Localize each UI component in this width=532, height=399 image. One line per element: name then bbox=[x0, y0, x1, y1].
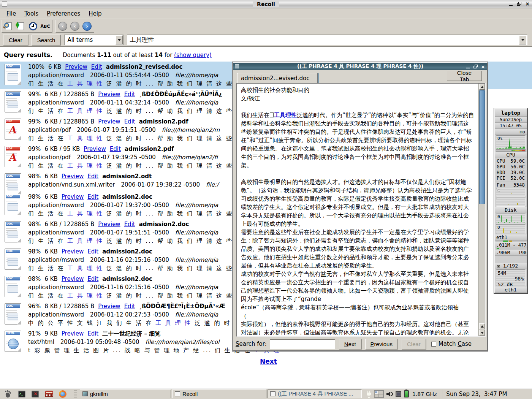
preview-link[interactable]: Preview bbox=[65, 63, 87, 70]
edit-link[interactable]: Edit bbox=[87, 193, 98, 200]
firefox-icon[interactable] bbox=[57, 390, 68, 399]
preview-link[interactable]: Preview bbox=[98, 303, 120, 310]
preview-link[interactable]: Preview bbox=[98, 221, 120, 228]
gnome-foot-icon[interactable] bbox=[2, 390, 14, 399]
taskbar-clock[interactable]: Sun Sep 23, 3:47 PM bbox=[442, 390, 511, 399]
file-url: file:/ bbox=[206, 181, 218, 188]
workspace-switcher[interactable] bbox=[374, 390, 384, 398]
cpu-chart: 0% bbox=[496, 135, 526, 149]
scrollbar-thumb[interactable] bbox=[479, 90, 485, 204]
edit-link[interactable]: Edit bbox=[87, 173, 98, 180]
menu-preferences[interactable]: Preferences bbox=[43, 10, 84, 18]
match-case-checkbox[interactable] bbox=[431, 342, 436, 347]
filetype-icon bbox=[5, 194, 21, 215]
preview-link[interactable]: Preview bbox=[62, 276, 84, 282]
restore-button[interactable] bbox=[516, 1, 522, 7]
mime-type: application/pdf bbox=[28, 154, 71, 161]
menu-file[interactable]: File bbox=[3, 10, 19, 18]
preview-link[interactable]: Preview bbox=[62, 248, 84, 255]
menu-help[interactable]: Help bbox=[85, 10, 105, 18]
file-date: 2006-01-19 05:09:48 -0500 bbox=[60, 339, 139, 345]
close-tab-button[interactable]: Close Tab bbox=[447, 71, 482, 81]
scroll-up-icon[interactable] bbox=[479, 84, 485, 90]
task-gkrellm[interactable]: gkrellm bbox=[80, 390, 171, 398]
edit-link[interactable]: Edit bbox=[87, 248, 98, 255]
edit-link[interactable]: Edit bbox=[124, 303, 135, 310]
match-case-label: Match Case bbox=[439, 340, 472, 347]
find-next-button[interactable]: Next bbox=[339, 339, 361, 349]
preview-link[interactable]: Preview bbox=[98, 91, 120, 98]
minimize-button[interactable] bbox=[508, 1, 514, 7]
preview-link[interactable]: Preview bbox=[98, 118, 120, 125]
volume-icon[interactable] bbox=[386, 391, 393, 397]
first-page-icon[interactable]: ‹ bbox=[57, 21, 68, 32]
preview-text-area[interactable]: 高校招生的社会功能和目的 文/钱江 我们生活在工具理性泛滥的时代。作为“世之显学… bbox=[236, 83, 486, 337]
prev-page-icon[interactable]: ‹ bbox=[69, 21, 81, 32]
maximize-button[interactable] bbox=[473, 64, 478, 69]
sort-parameters-icon[interactable]: ▲▼ bbox=[15, 21, 27, 32]
preview-link[interactable]: Preview bbox=[62, 330, 84, 337]
panel-handle[interactable] bbox=[74, 390, 77, 398]
tab-admission2[interactable]: admission2...evised.doc bbox=[237, 73, 318, 83]
file-date: 2006-01-07 19:39:25 -0500 bbox=[77, 154, 156, 161]
battery-icon[interactable] bbox=[404, 390, 409, 397]
find-previous-button[interactable]: Previous bbox=[365, 339, 398, 349]
gkrellm-monitor: laptop Sun23Sep 15:47 05 mo 0% CPU CPU59… bbox=[494, 108, 527, 293]
result-filename: ¸ßÐ£ÕÐÉúµÄÉç»á¹¦ÄÜºÍÄ¿ bbox=[139, 91, 222, 98]
close-button[interactable]: × bbox=[480, 64, 486, 69]
task-recoll[interactable]: Recoll bbox=[172, 390, 266, 398]
edit-link[interactable]: Edit bbox=[124, 221, 135, 228]
scroll-up-icon[interactable] bbox=[479, 323, 485, 329]
result-filename: admission2.doc bbox=[102, 276, 152, 282]
filetype-icon bbox=[5, 119, 21, 140]
advanced-search-icon[interactable] bbox=[3, 21, 14, 32]
edit-link[interactable]: Edit bbox=[124, 118, 135, 125]
menu-tools[interactable]: Tools bbox=[21, 10, 42, 18]
power-plug-icon[interactable] bbox=[367, 391, 371, 397]
disk-read-chart: 0 bbox=[496, 214, 526, 223]
query-history-dropdown-icon[interactable] bbox=[519, 35, 526, 44]
window-icon[interactable] bbox=[2, 2, 7, 6]
lock-screen-icon[interactable] bbox=[30, 390, 41, 399]
task-preview-window[interactable]: ((工 PHRASE 4 具 PHRASE ... bbox=[268, 390, 362, 398]
chevron-down-icon[interactable] bbox=[116, 35, 123, 44]
edit-link[interactable]: Edit bbox=[110, 146, 121, 152]
edit-link[interactable]: Edit bbox=[91, 63, 102, 70]
result-filename: 二十一世纪经济 – 细览 bbox=[102, 330, 160, 337]
clear-button[interactable]: Clear bbox=[3, 35, 28, 45]
terminal-icon[interactable]: >_ bbox=[16, 390, 27, 399]
cpu-monitor-icon[interactable] bbox=[396, 391, 401, 397]
scroll-down-icon[interactable] bbox=[479, 330, 485, 336]
eth1-label: eth1 bbox=[495, 234, 527, 241]
edit-link[interactable]: Edit bbox=[87, 330, 98, 337]
window-icon[interactable] bbox=[235, 64, 239, 68]
find-input[interactable] bbox=[270, 339, 335, 349]
edit-link[interactable]: Edit bbox=[87, 276, 98, 282]
preview-titlebar[interactable]: ((工 PHRASE 4 具 PHRASE 4 理 PHRASE 4 性)) × bbox=[233, 63, 487, 70]
find-clear-button[interactable]: Clear bbox=[402, 339, 426, 349]
preview-link[interactable]: Preview bbox=[84, 146, 106, 152]
term-explorer-icon[interactable]: ÅBĈ bbox=[40, 21, 51, 32]
edit-link[interactable]: Edit bbox=[124, 91, 135, 98]
close-button[interactable]: × bbox=[524, 1, 530, 7]
cpu-section-title: CPU bbox=[495, 152, 527, 158]
document-history-icon[interactable] bbox=[27, 21, 39, 32]
show-query-link[interactable]: (show query) bbox=[174, 52, 212, 59]
result-filename: admission2.doc bbox=[102, 248, 152, 255]
next-page-icon[interactable]: › bbox=[81, 21, 93, 32]
search-button[interactable]: Search bbox=[32, 35, 61, 45]
search-mode-select[interactable]: All terms bbox=[64, 35, 124, 45]
typewriter-icon[interactable] bbox=[43, 390, 55, 399]
preview-link[interactable]: Preview bbox=[62, 173, 84, 180]
file-date: 2006-01-11 04:32:14 -0500 bbox=[90, 99, 169, 106]
preview-link[interactable]: Preview bbox=[62, 193, 84, 200]
next-page-link[interactable]: Next bbox=[260, 358, 277, 365]
minimize-button[interactable] bbox=[465, 64, 470, 69]
relevance-percent: 91% bbox=[28, 330, 41, 337]
temp-row: HDD39.0C bbox=[495, 169, 527, 175]
window-title: Recoll bbox=[253, 1, 279, 7]
mime-type: application/msword bbox=[28, 72, 84, 79]
preview-scrollbar[interactable] bbox=[478, 84, 485, 336]
search-input[interactable] bbox=[127, 35, 527, 45]
envelope-icon: ✉ bbox=[497, 263, 500, 269]
